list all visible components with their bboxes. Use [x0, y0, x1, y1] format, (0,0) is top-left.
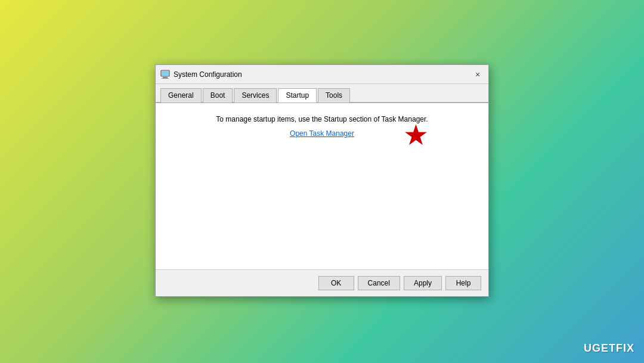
open-task-manager-link[interactable]: Open Task Manager [168, 129, 476, 138]
cancel-button[interactable]: Cancel [358, 276, 400, 290]
title-bar-left: System Configuration [160, 70, 242, 79]
bottom-bar: OK Cancel Apply Help [156, 269, 488, 296]
desktop: System Configuration × General Boot Serv… [0, 0, 644, 363]
svg-rect-2 [162, 78, 169, 79]
tab-startup[interactable]: Startup [278, 88, 317, 103]
svg-rect-1 [163, 77, 168, 78]
apply-button[interactable]: Apply [404, 276, 442, 290]
tab-tools[interactable]: Tools [318, 88, 350, 103]
content-area: To manage startup items, use the Startup… [156, 103, 488, 269]
tab-general[interactable]: General [160, 88, 202, 103]
system-config-icon [160, 70, 170, 79]
system-configuration-dialog: System Configuration × General Boot Serv… [155, 64, 489, 297]
tab-services[interactable]: Services [234, 88, 277, 103]
watermark: UGETFIX [584, 342, 634, 355]
help-button[interactable]: Help [445, 276, 481, 290]
close-button[interactable]: × [472, 69, 484, 80]
title-bar: System Configuration × [156, 65, 488, 84]
tabs-bar: General Boot Services Startup Tools [156, 84, 488, 103]
ok-button[interactable]: OK [318, 276, 354, 290]
dialog-title: System Configuration [174, 70, 242, 79]
tab-boot[interactable]: Boot [203, 88, 233, 103]
content-description: To manage startup items, use the Startup… [168, 115, 476, 123]
svg-rect-3 [162, 71, 169, 76]
